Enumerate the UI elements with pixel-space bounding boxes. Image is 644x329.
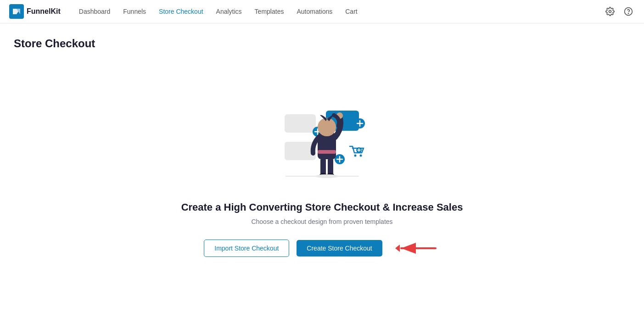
svg-point-1 [609,11,611,13]
funnelkit-logo-icon [9,4,24,19]
tagline-title: Create a High Converting Store Checkout … [181,201,463,213]
logo-link[interactable]: FunnelKit [9,4,61,19]
red-arrow-icon [394,239,440,257]
nav-store-checkout[interactable]: Store Checkout [153,5,209,18]
logo-text: FunnelKit [27,7,61,16]
svg-point-18 [359,155,362,157]
import-store-checkout-button[interactable]: Import Store Checkout [204,240,289,257]
create-store-checkout-button[interactable]: Create Store Checkout [297,240,382,257]
nav-templates[interactable]: Templates [249,5,290,18]
tagline-sub: Choose a checkout design from proven tem… [251,218,392,225]
svg-point-29 [318,118,336,136]
svg-rect-22 [320,158,326,175]
page-content: Store Checkout [0,23,644,280]
svg-rect-23 [328,158,333,175]
svg-marker-32 [395,245,400,252]
nav-automations[interactable]: Automations [291,5,338,18]
gear-icon [605,7,615,16]
svg-point-30 [315,174,338,178]
page-title: Store Checkout [14,37,630,50]
nav-funnels[interactable]: Funnels [118,5,151,18]
help-button[interactable] [622,5,635,18]
svg-point-17 [354,155,356,157]
nav-analytics[interactable]: Analytics [211,5,247,18]
svg-rect-5 [285,114,316,133]
illustration-svg [258,78,386,188]
question-icon [624,7,633,16]
illustration [258,78,386,188]
button-row: Import Store Checkout Create Store Check… [204,239,440,257]
nav-links: Dashboard Funnels Store Checkout Analyti… [73,5,600,18]
svg-rect-27 [318,150,336,154]
nav-dashboard[interactable]: Dashboard [73,5,116,18]
navbar-right [604,5,635,18]
navbar: FunnelKit Dashboard Funnels Store Checko… [0,0,644,23]
center-section: Create a High Converting Store Checkout … [14,68,630,267]
nav-cart[interactable]: Cart [340,5,363,18]
arrow-indicator [394,239,440,257]
settings-button[interactable] [604,5,616,18]
